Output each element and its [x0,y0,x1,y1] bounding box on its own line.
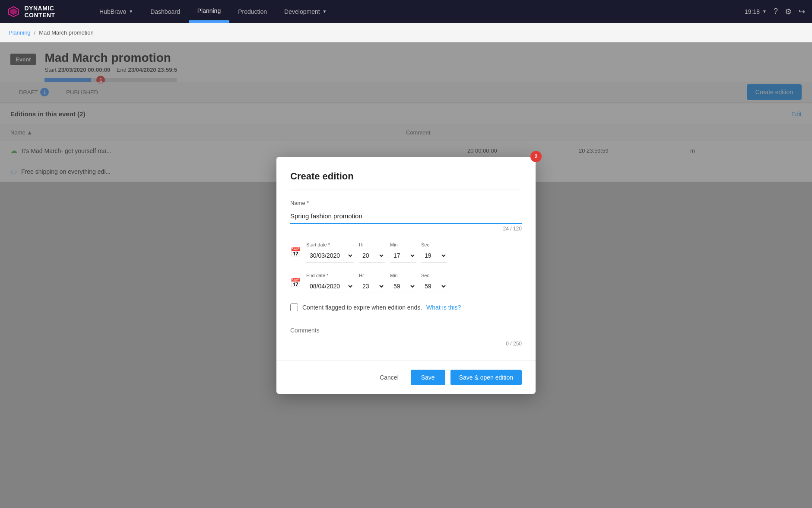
end-date-label: End date * [306,273,354,278]
end-min-label: Min [390,273,416,278]
start-hr-label: Hr [359,242,385,247]
start-sec-group: Sec 19 [421,242,447,262]
app-name: DYNAMIC CONTENT [24,5,84,19]
name-input[interactable] [290,209,522,224]
name-field-group: Name * 24 / 120 [290,200,522,232]
modal-overlay: 2 Create edition Name * 24 / 120 📅 Start… [0,42,812,508]
name-char-count: 24 / 120 [290,226,522,232]
breadcrumb-separator: / [34,29,36,36]
step-2-indicator: 2 [530,151,542,162]
end-date-group: End date * 08/04/2020 [306,273,354,293]
end-hr-group: Hr 23 [359,273,385,293]
chevron-down-icon: ▼ [762,9,767,14]
comments-group: 0 / 250 [290,323,522,347]
modal-footer: Cancel Save Save & open edition [276,361,536,394]
nav-hubbravo[interactable]: HubBravo ▼ [91,0,142,23]
page-content: Event Mad March promotion Start 23/03/20… [0,42,812,508]
save-open-edition-button[interactable]: Save & open edition [450,370,522,385]
logo-icon [7,5,20,19]
app-logo: DYNAMIC CONTENT [0,5,91,19]
expire-label: Content flagged to expire when edition e… [302,304,422,311]
end-sec-select[interactable]: 59 [421,280,447,293]
save-button[interactable]: Save [411,370,445,385]
start-sec-label: Sec [421,242,447,247]
end-hr-label: Hr [359,273,385,278]
end-datetime-row: 📅 End date * 08/04/2020 Hr 23 Min [290,273,522,293]
start-date-label: Start date * [306,242,354,247]
nav-items: HubBravo ▼ Dashboard Planning Production… [91,0,738,23]
end-sec-label: Sec [421,273,447,278]
current-time: 19:18 ▼ [745,8,767,15]
end-min-select[interactable]: 59 [390,280,416,293]
create-edition-modal: 2 Create edition Name * 24 / 120 📅 Start… [276,157,536,394]
settings-icon[interactable]: ⚙ [785,7,792,16]
breadcrumb-parent[interactable]: Planning [9,29,31,36]
nav-production[interactable]: Production [229,0,276,23]
chevron-down-icon: ▼ [323,9,327,14]
cancel-button[interactable]: Cancel [373,370,406,385]
calendar-icon-end[interactable]: 📅 [290,278,301,288]
breadcrumb: Planning / Mad March promotion [0,23,812,42]
help-icon[interactable]: ? [774,7,778,16]
expire-checkbox-row: Content flagged to expire when edition e… [290,304,522,311]
top-navigation: DYNAMIC CONTENT HubBravo ▼ Dashboard Pla… [0,0,812,23]
breadcrumb-current: Mad March promotion [39,29,93,36]
start-datetime-row: 📅 Start date * 30/03/2020 Hr 20 Min [290,242,522,262]
expire-checkbox[interactable] [290,304,298,311]
what-is-this-link[interactable]: What is this? [426,304,461,311]
start-min-select[interactable]: 17 [390,249,416,262]
nav-development[interactable]: Development ▼ [276,0,335,23]
start-date-group: Start date * 30/03/2020 [306,242,354,262]
nav-planning[interactable]: Planning [189,0,230,23]
end-min-group: Min 59 [390,273,416,293]
end-date-select[interactable]: 08/04/2020 [306,280,354,293]
start-hr-select[interactable]: 20 [359,249,385,262]
start-hr-group: Hr 20 [359,242,385,262]
calendar-icon-start[interactable]: 📅 [290,247,301,257]
logout-icon[interactable]: ↪ [799,7,805,16]
comments-input[interactable] [290,323,522,337]
nav-dashboard[interactable]: Dashboard [142,0,189,23]
start-date-select[interactable]: 30/03/2020 [306,249,354,262]
name-label: Name * [290,200,522,206]
svg-marker-1 [10,8,17,15]
start-min-group: Min 17 [390,242,416,262]
modal-title: Create edition [290,171,522,189]
topnav-right: 19:18 ▼ ? ⚙ ↪ [738,7,812,16]
chevron-down-icon: ▼ [129,9,133,14]
start-sec-select[interactable]: 19 [421,249,447,262]
end-hr-select[interactable]: 23 [359,280,385,293]
comments-char-count: 0 / 250 [290,341,522,347]
end-sec-group: Sec 59 [421,273,447,293]
start-min-label: Min [390,242,416,247]
